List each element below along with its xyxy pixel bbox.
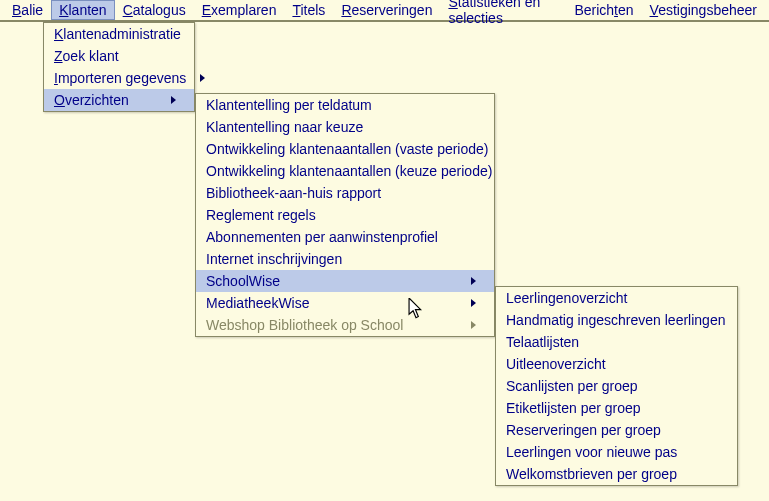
menu-item-label: Klantenadministratie [54,26,181,42]
menubar-item-vestigingsbeheer[interactable]: Vestigingsbeheer [642,0,765,20]
menu-item-label: Bibliotheek-aan-huis rapport [206,185,381,201]
chevron-right-icon [471,299,476,307]
menu-item-label: Importeren gegevens [54,70,186,86]
menu-item-internet-inschrijvingen[interactable]: Internet inschrijvingen [196,248,494,270]
menu-item-scanlijsten-per-groep[interactable]: Scanlijsten per groep [496,375,737,397]
menu-item-label: Zoek klant [54,48,119,64]
menu-item-klantentelling-per-teldatum[interactable]: Klantentelling per teldatum [196,94,494,116]
menu-item-importeren-gegevens[interactable]: Importeren gegevens [44,67,194,89]
menu-item-etiketlijsten-per-groep[interactable]: Etiketlijsten per groep [496,397,737,419]
menubar-item-statistieken-en-selecties[interactable]: Statistieken en selecties [440,0,566,28]
menu-item-overzichten[interactable]: Overzichten [44,89,194,111]
menu-item-label: Webshop Bibliotheek op School [206,317,403,333]
menu-item-label: Telaatlijsten [506,334,579,350]
menu-item-label: Scanlijsten per groep [506,378,638,394]
submenu-overzichten: Klantentelling per teldatumKlantentellin… [195,93,495,337]
menubar-item-balie[interactable]: Balie [4,0,51,20]
menu-item-webshop-bibliotheek-op-school: Webshop Bibliotheek op School [196,314,494,336]
menu-item-uitleenoverzicht[interactable]: Uitleenoverzicht [496,353,737,375]
menu-item-klantenadministratie[interactable]: Klantenadministratie [44,23,194,45]
submenu-schoolwise: LeerlingenoverzichtHandmatig ingeschreve… [495,286,738,486]
menu-item-label: Reglement regels [206,207,316,223]
menubar-item-klanten[interactable]: Klanten [51,0,115,20]
menu-item-bibliotheek-aan-huis-rapport[interactable]: Bibliotheek-aan-huis rapport [196,182,494,204]
menu-item-label: Ontwikkeling klantenaantallen (keuze per… [206,163,492,179]
menu-item-reserveringen-per-groep[interactable]: Reserveringen per groep [496,419,737,441]
menu-item-reglement-regels[interactable]: Reglement regels [196,204,494,226]
menu-item-label: Overzichten [54,92,129,108]
menu-item-label: Klantentelling per teldatum [206,97,372,113]
menu-item-schoolwise[interactable]: SchoolWise [196,270,494,292]
chevron-right-icon [171,96,176,104]
menubar-item-titels[interactable]: Titels [284,0,333,20]
menu-item-zoek-klant[interactable]: Zoek klant [44,45,194,67]
menu-item-label: Leerlingenoverzicht [506,290,627,306]
menu-item-label: Uitleenoverzicht [506,356,606,372]
menu-item-leerlingenoverzicht[interactable]: Leerlingenoverzicht [496,287,737,309]
menu-item-label: Internet inschrijvingen [206,251,342,267]
menu-item-label: MediatheekWise [206,295,310,311]
menu-item-klantentelling-naar-keuze[interactable]: Klantentelling naar keuze [196,116,494,138]
submenu-klanten: KlantenadministratieZoek klantImporteren… [43,22,195,112]
menu-item-label: Handmatig ingeschreven leerlingen [506,312,725,328]
menu-item-abonnementen-per-aanwinstenprofiel[interactable]: Abonnementen per aanwinstenprofiel [196,226,494,248]
menubar: BalieKlantenCatalogusExemplarenTitelsRes… [0,0,769,22]
menu-item-label: Abonnementen per aanwinstenprofiel [206,229,438,245]
chevron-right-icon [471,277,476,285]
menu-item-label: Welkomstbrieven per groep [506,466,677,482]
menu-item-leerlingen-voor-nieuwe-pas[interactable]: Leerlingen voor nieuwe pas [496,441,737,463]
menubar-item-exemplaren[interactable]: Exemplaren [194,0,285,20]
menu-item-label: SchoolWise [206,273,280,289]
chevron-right-icon [471,321,476,329]
menu-item-welkomstbrieven-per-groep[interactable]: Welkomstbrieven per groep [496,463,737,485]
menu-item-label: Leerlingen voor nieuwe pas [506,444,677,460]
menu-item-telaatlijsten[interactable]: Telaatlijsten [496,331,737,353]
chevron-right-icon [200,74,205,82]
menu-item-ontwikkeling-klantenaantallen-vaste-periode-[interactable]: Ontwikkeling klantenaantallen (vaste per… [196,138,494,160]
menu-item-label: Ontwikkeling klantenaantallen (vaste per… [206,141,489,157]
menu-item-ontwikkeling-klantenaantallen-keuze-periode-[interactable]: Ontwikkeling klantenaantallen (keuze per… [196,160,494,182]
menu-item-label: Reserveringen per groep [506,422,661,438]
menu-item-handmatig-ingeschreven-leerlingen[interactable]: Handmatig ingeschreven leerlingen [496,309,737,331]
menu-item-label: Etiketlijsten per groep [506,400,641,416]
menubar-item-reserveringen[interactable]: Reserveringen [333,0,440,20]
menu-item-label: Klantentelling naar keuze [206,119,363,135]
menu-item-mediatheekwise[interactable]: MediatheekWise [196,292,494,314]
menubar-item-catalogus[interactable]: Catalogus [115,0,194,20]
menubar-item-berichten[interactable]: Berichten [566,0,641,20]
